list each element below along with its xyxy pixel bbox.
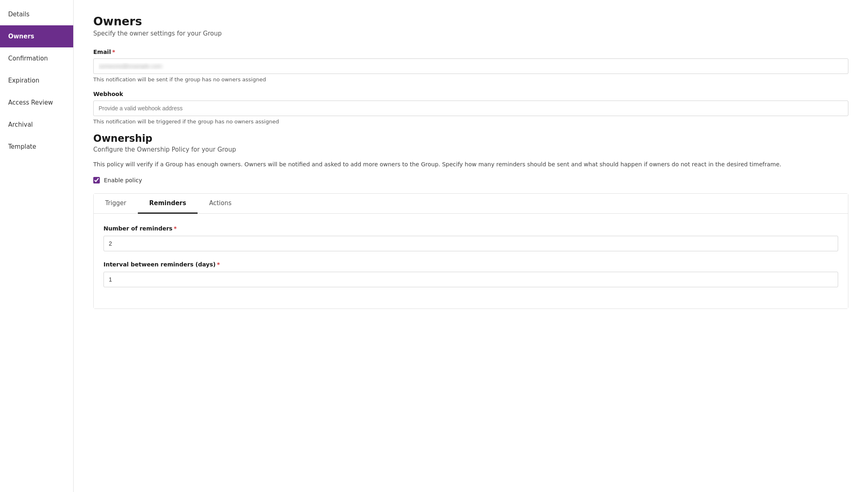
webhook-hint: This notification will be triggered if t… [93,119,848,125]
interval-group: Interval between reminders (days)* [103,261,838,297]
tab-trigger[interactable]: Trigger [94,194,138,214]
ownership-description: This policy will verify if a Group has e… [93,160,848,169]
ownership-title: Ownership [93,133,848,144]
sidebar-item-expiration[interactable]: Expiration [0,69,73,92]
tabs-header: Trigger Reminders Actions [94,194,848,214]
email-hint: This notification will be sent if the gr… [93,76,848,83]
sidebar-item-access-review[interactable]: Access Review [0,92,73,114]
sidebar-item-confirmation[interactable]: Confirmation [0,47,73,69]
sidebar-item-details[interactable]: Details [0,3,73,25]
num-reminders-label: Number of reminders* [103,225,838,232]
page-subtitle: Specify the owner settings for your Grou… [93,30,848,37]
interval-input[interactable] [103,272,838,287]
email-label: Email* [93,49,848,55]
enable-policy-label: Enable policy [104,177,142,183]
sidebar-item-owners[interactable]: Owners [0,25,73,47]
email-input[interactable] [93,58,848,74]
required-star-interval: * [217,261,220,268]
required-star-email: * [112,49,115,55]
main-content: Owners Specify the owner settings for yo… [74,0,868,492]
page-title: Owners [93,15,848,28]
num-reminders-input[interactable] [103,236,838,251]
sidebar: Details Owners Confirmation Expiration A… [0,0,74,492]
interval-label: Interval between reminders (days)* [103,261,838,268]
tab-actions[interactable]: Actions [198,194,243,214]
sidebar-item-template[interactable]: Template [0,136,73,158]
reminders-tab-body: Number of reminders* Interval between re… [94,214,848,309]
enable-policy-checkbox[interactable] [93,177,100,183]
ownership-subtitle: Configure the Ownership Policy for your … [93,146,848,153]
webhook-input[interactable] [93,101,848,116]
required-star-reminders: * [174,225,177,232]
num-reminders-group: Number of reminders* [103,225,838,261]
ownership-tabs-container: Trigger Reminders Actions Number of remi… [93,193,848,309]
webhook-label: Webhook [93,91,848,97]
email-field-group: Email* This notification will be sent if… [93,49,848,83]
sidebar-item-archival[interactable]: Archival [0,114,73,136]
tab-reminders[interactable]: Reminders [138,194,198,214]
webhook-field-group: Webhook This notification will be trigge… [93,91,848,125]
enable-policy-row: Enable policy [93,177,848,183]
